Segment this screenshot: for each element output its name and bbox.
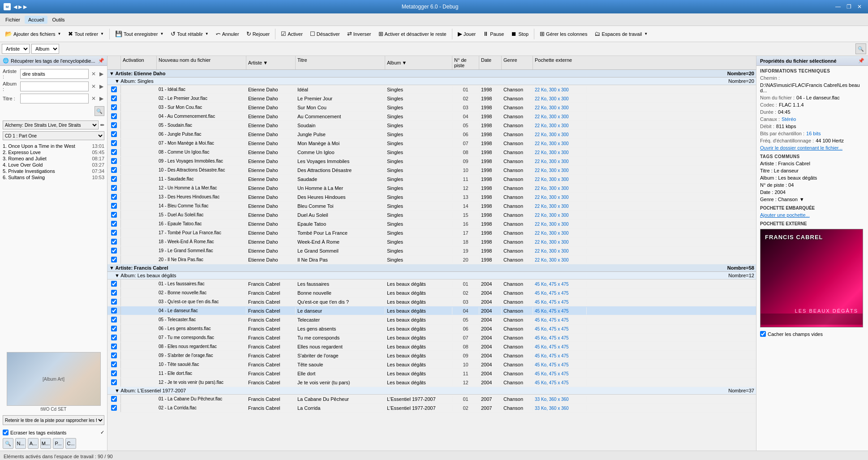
col-activation-header[interactable]: Activation: [121, 56, 157, 69]
menu-outils[interactable]: Outils: [48, 16, 68, 24]
tool-icon-a[interactable]: A...: [28, 438, 39, 449]
album-search-input[interactable]: [20, 82, 89, 91]
table-row[interactable]: 11 - Saudade.flac Etienne Daho Saudade S…: [107, 175, 756, 184]
table-row[interactable]: 16 - Epaule Tatoo.flac Etienne Daho Epau…: [107, 219, 756, 228]
tool-icon-n[interactable]: N...: [15, 438, 26, 449]
table-row[interactable]: 08 - Elles nous regardent.flac Francis C…: [107, 342, 756, 351]
activate-button[interactable]: ☑ Activer: [278, 29, 306, 39]
ecraser-checkbox[interactable]: [3, 430, 9, 435]
artist-expand-button[interactable]: ▶: [99, 71, 104, 77]
validate-icon[interactable]: ✓: [100, 430, 104, 435]
row-checkbox[interactable]: [111, 203, 117, 209]
table-row[interactable]: 01 - La Cabane Du Pêcheur.flac Francis C…: [107, 395, 756, 404]
cd-select[interactable]: CD 1 : Part One: [3, 131, 104, 140]
close-button[interactable]: ✕: [855, 2, 864, 12]
table-row[interactable]: 05 - Soudain.flac Etienne Daho Soudain S…: [107, 121, 756, 130]
row-checkbox[interactable]: [111, 95, 117, 101]
row-checkbox[interactable]: [111, 353, 117, 358]
col-cover-header[interactable]: Pochette externe: [533, 56, 587, 69]
row-checkbox[interactable]: [111, 370, 117, 376]
table-row[interactable]: 06 - Jungle Pulse.flac Etienne Daho Jung…: [107, 130, 756, 139]
add-files-button[interactable]: 📂 Ajouter des fichiers ▼: [2, 29, 64, 39]
alchemy-edit-icon[interactable]: ✏: [100, 122, 104, 128]
retenir-select[interactable]: Retenir le titre de la piste pour rappro…: [3, 415, 104, 425]
table-row[interactable]: 09 - Les Voyages Immobiles.flac Etienne …: [107, 157, 756, 166]
track-item[interactable]: 5. Private Investigations 07:34: [3, 168, 104, 174]
table-row[interactable]: 04 - Au Commencement.flac Etienne Daho A…: [107, 112, 756, 121]
table-row[interactable]: 19 - Le Grand Sommeil.flac Etienne Daho …: [107, 246, 756, 255]
hide-empty-checkbox[interactable]: [760, 331, 766, 337]
col-artist-header[interactable]: Artiste▼: [246, 56, 296, 69]
reset-all-button[interactable]: ↺ Tout rétablir ▼: [168, 29, 211, 39]
album-dropdown[interactable]: Album: [31, 44, 59, 54]
menu-accueil[interactable]: Accueil: [25, 16, 47, 24]
artist-group-header[interactable]: ▼ Artiste: Francis CabrelNombre=58: [107, 264, 756, 272]
row-checkbox[interactable]: [111, 308, 117, 314]
row-checkbox[interactable]: [111, 326, 117, 331]
table-row[interactable]: 03 - Qu'est-ce que t'en dis.flac Francis…: [107, 297, 756, 306]
tool-icon-c[interactable]: C...: [65, 438, 76, 449]
row-checkbox[interactable]: [111, 212, 117, 218]
table-row[interactable]: 09 - S'abriter de l'orage.flac Francis C…: [107, 351, 756, 360]
table-row[interactable]: 10 - Tête saoulé.flac Francis Cabrel Têt…: [107, 360, 756, 369]
row-checkbox[interactable]: [111, 86, 117, 92]
table-row[interactable]: 03 - Sur Mon Cou.flac Etienne Daho Sur M…: [107, 103, 756, 112]
row-checkbox[interactable]: [111, 149, 117, 155]
table-row[interactable]: 08 - Comme Un Igloo.flac Etienne Daho Co…: [107, 148, 756, 157]
artist-clear-button[interactable]: ✕: [90, 71, 97, 77]
album-subgroup-header[interactable]: ▼ Album: L'Essentiel 1977-2007Nombre=37: [107, 387, 756, 395]
row-checkbox[interactable]: [111, 194, 117, 200]
save-all-button[interactable]: 💾 Tout enregistrer ▼: [112, 29, 167, 39]
row-checkbox[interactable]: [111, 140, 117, 146]
table-row[interactable]: 12 - Je te vois venir (tu pars).flac Fra…: [107, 378, 756, 387]
row-checkbox[interactable]: [111, 299, 117, 305]
row-checkbox[interactable]: [111, 131, 117, 137]
stop-button[interactable]: ⏹ Stop: [508, 29, 532, 39]
title-clear-button[interactable]: ✕: [90, 95, 97, 102]
table-row[interactable]: 18 - Week-End À Rome.flac Etienne Daho W…: [107, 237, 756, 246]
remove-all-button[interactable]: ✖ Tout retirer ▼: [65, 29, 107, 39]
table-row[interactable]: 04 - Le danseur.flac Francis Cabrel Le d…: [107, 306, 756, 315]
tool-icon-p[interactable]: P...: [53, 438, 64, 449]
alchemy-select[interactable]: Alchemy: Dire Straits Live, Dire Straits: [3, 120, 99, 129]
artist-dropdown[interactable]: Artiste: [2, 44, 30, 54]
replay-button[interactable]: ↻ Rejouer: [243, 29, 273, 39]
row-checkbox[interactable]: [111, 281, 117, 287]
album-clear-button[interactable]: ✕: [90, 83, 97, 90]
table-row[interactable]: 02 - Le Premier Jour.flac Etienne Daho L…: [107, 94, 756, 103]
play-button[interactable]: ▶ Jouer: [455, 29, 479, 39]
row-checkbox[interactable]: [111, 257, 117, 262]
table-row[interactable]: 01 - Idéal.flac Etienne Daho Idéal Singl…: [107, 85, 756, 94]
table-row[interactable]: 05 - Telecaster.flac Francis Cabrel Tele…: [107, 315, 756, 324]
tool-icon-m[interactable]: M...: [40, 438, 51, 449]
row-checkbox[interactable]: [111, 290, 117, 296]
col-genre-header[interactable]: Genre: [502, 56, 533, 69]
maximize-button[interactable]: ❐: [844, 2, 854, 12]
search-execute-button[interactable]: 🔍: [95, 106, 104, 116]
album-subgroup-header[interactable]: ▼ Album: SinglesNombre=20: [107, 77, 756, 85]
workspaces-button[interactable]: 🗂 Espaces de travail ▼: [591, 29, 651, 39]
table-row[interactable]: 13 - Des Heures Hindoues.flac Etienne Da…: [107, 193, 756, 202]
pin-icon[interactable]: 📌: [98, 58, 104, 64]
menu-fichier[interactable]: Fichier: [2, 16, 24, 24]
row-checkbox[interactable]: [111, 158, 117, 164]
row-checkbox[interactable]: [111, 248, 117, 254]
track-item[interactable]: 4. Love Over Gold 03:27: [3, 162, 104, 168]
track-item[interactable]: 1. Once Upon a Time in the West 13:01: [3, 143, 104, 149]
row-checkbox[interactable]: [111, 344, 117, 349]
album-subgroup-header[interactable]: ▼ Album: Les beaux dégâtsNombre=12: [107, 272, 756, 279]
row-checkbox[interactable]: [111, 335, 117, 340]
deactivate-button[interactable]: ☐ Désactiver: [307, 29, 343, 39]
col-title-header[interactable]: Titre: [296, 56, 385, 69]
title-expand-button[interactable]: ▶: [99, 95, 104, 102]
table-row[interactable]: 17 - Tombé Pour La France.flac Etienne D…: [107, 228, 756, 237]
row-checkbox[interactable]: [111, 176, 117, 182]
open-folder-link[interactable]: Ouvrir le dossier contenant le fichier..…: [756, 144, 868, 151]
row-checkbox[interactable]: [111, 361, 117, 367]
title-search-input[interactable]: [20, 94, 89, 103]
table-row[interactable]: 02 - Bonne nouvelle.flac Francis Cabrel …: [107, 288, 756, 297]
row-checkbox[interactable]: [111, 379, 117, 385]
col-filename-header[interactable]: Nouveau nom du fichier: [157, 56, 246, 69]
row-checkbox[interactable]: [111, 239, 117, 245]
table-row[interactable]: 06 - Les gens absents.flac Francis Cabre…: [107, 324, 756, 333]
